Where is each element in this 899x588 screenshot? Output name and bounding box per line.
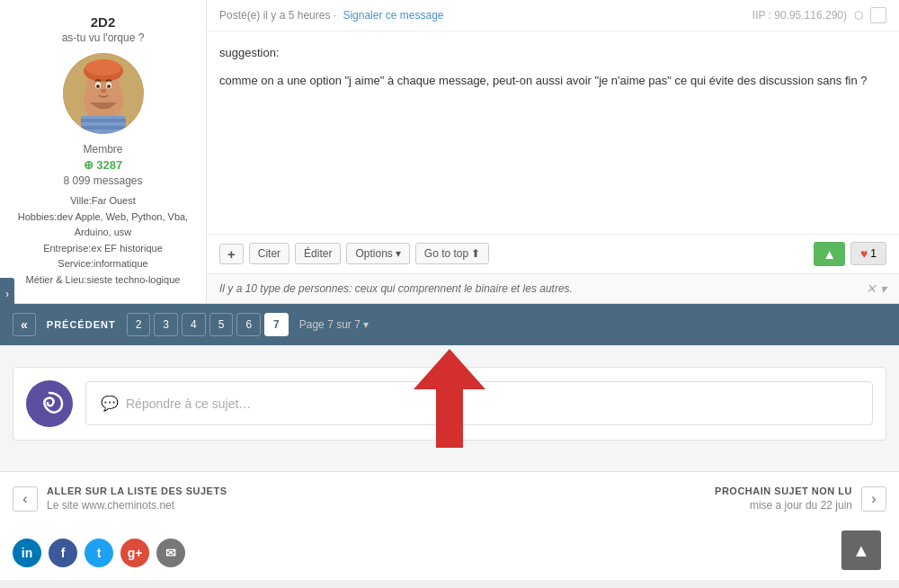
reply-input[interactable]: 💬 Répondre à ce sujet… xyxy=(85,381,873,425)
post-content-area: Posté(e) il y a 5 heures · Signaler ce m… xyxy=(207,0,899,303)
nav-next-arrow-icon: › xyxy=(861,486,886,512)
post-text: comme on a une option "j aime" à chaque … xyxy=(219,72,886,91)
post-signature: Il y a 10 type de personnes: ceux qui co… xyxy=(207,273,899,303)
suggestion-label: suggestion: xyxy=(219,44,886,63)
reply-input-area: 💬 Répondre à ce sujet… xyxy=(13,367,886,441)
post-timestamp: Posté(e) il y a 5 heures · Signaler ce m… xyxy=(219,9,443,22)
post-header: Posté(e) il y a 5 heures · Signaler ce m… xyxy=(207,0,899,31)
like-button[interactable]: ♥ 1 xyxy=(850,242,886,265)
reply-avatar xyxy=(26,380,73,427)
pagination-page-5[interactable]: 5 xyxy=(209,313,234,336)
scroll-top-arrow-icon: ▲ xyxy=(852,540,870,561)
reply-section: 💬 Répondre à ce sujet… xyxy=(0,345,899,471)
post-body: suggestion: comme on a une option "j aim… xyxy=(207,31,899,234)
post-actions: + Citer Éditer Options ▾ Go to top ⬆ ▲ ♥… xyxy=(207,234,899,273)
linkedin-icon[interactable]: in xyxy=(13,539,41,567)
nav-prev-link[interactable]: ‹ ALLER SUR LA LISTE DES SUJETS Le site … xyxy=(13,485,227,513)
svg-point-12 xyxy=(101,89,106,93)
post-ip: IIP : 90.95.116.290) xyxy=(752,9,847,22)
go-to-top-button[interactable]: Go to top ⬆ xyxy=(415,243,489,264)
nav-next-link[interactable]: PROCHAIN SUJET NON LU mise a jour du 22 … xyxy=(715,485,886,513)
share-icon[interactable]: ⬡ xyxy=(854,9,863,22)
post-metier: Métier & Lieu:sieste techno-logique xyxy=(9,272,197,289)
plus-button[interactable]: + xyxy=(219,244,244,264)
post-sidebar: 2D2 as-tu vu l'orque ? xyxy=(0,0,207,303)
reply-placeholder: Répondre à ce sujet… xyxy=(126,396,251,411)
post-actions-right: ▲ ♥ 1 xyxy=(814,242,886,266)
select-icon[interactable] xyxy=(870,7,886,23)
reply-bubble-icon: 💬 xyxy=(101,395,119,412)
page-of-dropdown-icon: ▾ xyxy=(363,318,369,331)
post-meta: Ville:Far Ouest Hobbies:dev Apple, Web, … xyxy=(9,193,197,289)
pagination-page-7-active[interactable]: 7 xyxy=(264,313,289,336)
post-container: 2D2 as-tu vu l'orque ? xyxy=(0,0,899,304)
post-service: Service:informatique xyxy=(9,256,197,272)
pagination-page-3[interactable]: 3 xyxy=(154,313,178,336)
pagination-prev-button[interactable]: PRÉCÉDENT xyxy=(40,315,123,334)
scroll-to-top-button[interactable]: ▲ xyxy=(841,530,881,570)
svg-point-7 xyxy=(85,59,121,76)
post-ville: Ville:Far Ouest xyxy=(9,193,197,209)
report-link[interactable]: Signaler ce message xyxy=(343,9,443,22)
cite-button[interactable]: Citer xyxy=(249,243,289,264)
nav-prev-text: ALLER SUR LA LISTE DES SUJETS Le site ww… xyxy=(47,485,227,513)
edit-button[interactable]: Éditer xyxy=(295,243,341,264)
go-top-arrow-icon: ⬆ xyxy=(471,247,480,260)
nav-footer: ‹ ALLER SUR LA LISTE DES SUJETS Le site … xyxy=(0,471,899,526)
post-header-right: IIP : 90.95.116.290) ⬡ xyxy=(752,7,886,23)
post-messages: 8 099 messages xyxy=(63,174,142,187)
email-icon[interactable]: ✉ xyxy=(156,539,185,567)
post-hobbies: Hobbies:dev Apple, Web, Python, Vba, Ard… xyxy=(9,209,197,241)
nav-next-text: PROCHAIN SUJET NON LU mise a jour du 22 … xyxy=(715,485,852,513)
nav-prev-arrow-icon: ‹ xyxy=(13,486,38,512)
googleplus-icon[interactable]: g+ xyxy=(120,539,149,567)
svg-rect-4 xyxy=(81,126,126,129)
pagination-bar: « PRÉCÉDENT 2 3 4 5 6 7 Page 7 sur 7 ▾ xyxy=(0,304,899,345)
avatar[interactable] xyxy=(63,53,144,134)
side-tab[interactable]: › xyxy=(0,278,14,310)
svg-point-11 xyxy=(107,85,111,88)
pagination-page-2[interactable]: 2 xyxy=(127,313,151,336)
twitter-icon[interactable]: t xyxy=(85,539,113,567)
pagination-first-button[interactable]: « xyxy=(13,313,36,336)
vote-up-button[interactable]: ▲ xyxy=(814,242,845,266)
social-footer: in f t g+ ✉ xyxy=(0,526,899,580)
post-points: 3287 xyxy=(84,158,123,172)
options-button[interactable]: Options ▾ xyxy=(346,243,409,264)
pagination-page-4[interactable]: 4 xyxy=(182,313,206,336)
pagination-page-6[interactable]: 6 xyxy=(236,313,261,336)
heart-icon: ♥ xyxy=(860,246,868,261)
close-quote-icon[interactable]: ✕ ▾ xyxy=(866,281,886,296)
svg-point-10 xyxy=(96,85,100,88)
page-of-label[interactable]: Page 7 sur 7 ▾ xyxy=(299,318,369,331)
post-tagline: as-tu vu l'orque ? xyxy=(62,31,145,44)
post-entreprise: Entreprise:ex EF historique xyxy=(9,241,197,257)
svg-rect-3 xyxy=(81,119,126,122)
like-count: 1 xyxy=(870,247,877,260)
post-role: Membre xyxy=(83,143,122,156)
post-username[interactable]: 2D2 xyxy=(91,14,116,30)
facebook-icon[interactable]: f xyxy=(49,539,77,567)
options-dropdown-icon: ▾ xyxy=(396,247,401,260)
